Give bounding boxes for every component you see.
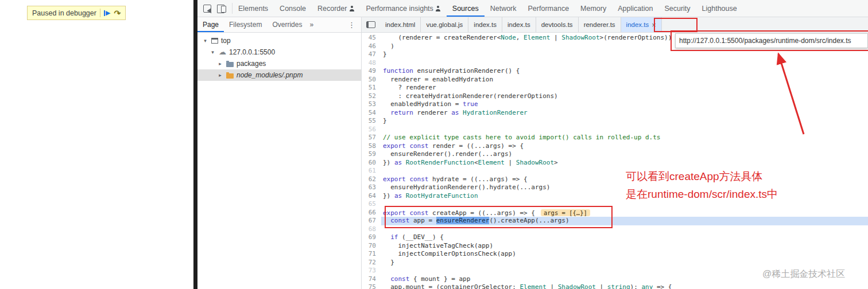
code-text[interactable]: }) as RootRenderFunction<Element | Shado… bbox=[381, 159, 868, 167]
code-text[interactable]: const app = ensureRenderer().createApp(.… bbox=[381, 217, 868, 225]
code-text[interactable]: enabledHydration = true bbox=[381, 100, 868, 109]
line-number[interactable]: 47 bbox=[362, 50, 381, 59]
code-text[interactable] bbox=[381, 126, 868, 134]
page-scrollbar[interactable] bbox=[193, 0, 197, 289]
code-text[interactable]: if (__DEV__) { bbox=[381, 233, 868, 242]
hide-navigator-icon[interactable] bbox=[366, 21, 375, 28]
tab-performance[interactable]: Performance bbox=[522, 0, 575, 17]
chevron-down-icon[interactable]: ▾ bbox=[210, 49, 216, 55]
line-number[interactable]: 53 bbox=[362, 100, 381, 109]
code-text[interactable] bbox=[381, 267, 868, 275]
code-text[interactable] bbox=[381, 59, 868, 68]
line-number[interactable]: 57 bbox=[362, 134, 381, 142]
sidebar-tabs-overflow-icon[interactable]: » bbox=[307, 21, 316, 29]
line-number[interactable]: 58 bbox=[362, 142, 381, 151]
close-icon[interactable]: × bbox=[652, 21, 656, 29]
line-number[interactable]: 61 bbox=[362, 167, 381, 175]
line-number[interactable]: 60 bbox=[362, 159, 381, 167]
code-text[interactable]: : createHydrationRenderer(rendererOption… bbox=[381, 92, 868, 101]
device-toolbar-icon[interactable] bbox=[217, 5, 226, 13]
file-tab-index-ts-6[interactable]: index.ts× bbox=[621, 17, 662, 32]
code-text[interactable]: ensureRenderer().render(...args) bbox=[381, 150, 868, 159]
tab-performance-insights[interactable]: Performance insights bbox=[360, 0, 446, 17]
line-number[interactable]: 52 bbox=[362, 92, 381, 101]
code-text[interactable]: } bbox=[381, 259, 868, 267]
line-number[interactable]: 71 bbox=[362, 250, 381, 259]
file-tab-vue-global-js-1[interactable]: vue.global.js bbox=[421, 17, 468, 32]
code-text[interactable] bbox=[381, 167, 868, 175]
tab-elements[interactable]: Elements bbox=[232, 0, 274, 17]
code-text[interactable]: ? renderer bbox=[381, 84, 868, 92]
tab-network[interactable]: Network bbox=[485, 0, 522, 17]
code-text[interactable]: return renderer as HydrationRenderer bbox=[381, 109, 868, 118]
resume-script-icon[interactable]: ▶ bbox=[104, 9, 110, 17]
line-number[interactable]: 66 bbox=[362, 209, 381, 217]
tab-memory[interactable]: Memory bbox=[575, 0, 612, 17]
line-number[interactable]: 74 bbox=[362, 275, 381, 284]
code-text[interactable]: ensureHydrationRenderer().hydrate(...arg… bbox=[381, 183, 868, 192]
code-line-72: 72 } bbox=[362, 259, 868, 267]
code-text[interactable]: }) as RootHydrateFunction bbox=[381, 192, 868, 201]
tab-console[interactable]: Console bbox=[274, 0, 312, 17]
code-text[interactable] bbox=[381, 225, 868, 234]
line-number[interactable]: 51 bbox=[362, 84, 381, 92]
file-tab-renderer-ts-5[interactable]: renderer.ts bbox=[579, 17, 621, 32]
tab-security[interactable]: Security bbox=[658, 0, 696, 17]
line-number[interactable]: 69 bbox=[362, 233, 381, 242]
code-text[interactable] bbox=[381, 200, 868, 209]
line-number[interactable]: 63 bbox=[362, 183, 381, 192]
line-number[interactable]: 59 bbox=[362, 150, 381, 159]
line-number[interactable]: 56 bbox=[362, 126, 381, 134]
line-number[interactable]: 62 bbox=[362, 175, 381, 184]
tree-item-127-0-0-1-5500[interactable]: ▾☁127.0.0.1:5500 bbox=[197, 46, 361, 58]
code-text[interactable]: const { mount } = app bbox=[381, 275, 868, 284]
tree-item-packages[interactable]: ▸packages bbox=[197, 58, 361, 69]
code-text[interactable]: injectNativeTagCheck(app) bbox=[381, 242, 868, 251]
code-text[interactable]: app.mount = (containerOrSelector: Elemen… bbox=[381, 283, 868, 289]
line-number[interactable]: 67 bbox=[362, 217, 381, 225]
line-number[interactable]: 72 bbox=[362, 259, 381, 267]
file-tab-index-html-0[interactable]: index.html bbox=[380, 17, 421, 32]
line-number[interactable]: 73 bbox=[362, 267, 381, 275]
inspect-element-icon[interactable] bbox=[203, 5, 211, 13]
code-text[interactable]: export const hydrate = ((...args) => { bbox=[381, 175, 868, 184]
line-number[interactable]: 55 bbox=[362, 117, 381, 126]
line-number[interactable]: 75 bbox=[362, 283, 381, 289]
sidebar-tab-filesystem[interactable]: Filesystem bbox=[224, 17, 267, 32]
code-text[interactable]: // use explicit type casts here to avoid… bbox=[381, 134, 868, 142]
line-number[interactable]: 45 bbox=[362, 34, 381, 42]
code-text[interactable]: renderer = enabledHydration bbox=[381, 76, 868, 84]
line-number[interactable]: 50 bbox=[362, 76, 381, 84]
file-tab-index-ts-2[interactable]: index.ts bbox=[468, 17, 502, 32]
line-number[interactable]: 54 bbox=[362, 109, 381, 118]
code-text[interactable]: function ensureHydrationRenderer() { bbox=[381, 67, 868, 76]
tree-item-top[interactable]: ▾top bbox=[197, 35, 361, 46]
tab-lighthouse[interactable]: Lighthouse bbox=[696, 0, 743, 17]
tab-recorder[interactable]: Recorder bbox=[312, 0, 360, 17]
more-options-icon[interactable]: ⋮ bbox=[342, 21, 361, 29]
code-text[interactable]: } bbox=[381, 50, 868, 59]
line-number[interactable]: 65 bbox=[362, 200, 381, 209]
tree-item-node-modules-pnpm[interactable]: ▸node_modules/.pnpm bbox=[197, 69, 361, 81]
line-number[interactable]: 68 bbox=[362, 225, 381, 234]
line-number[interactable]: 64 bbox=[362, 192, 381, 201]
sidebar-tab-overrides[interactable]: Overrides bbox=[267, 17, 307, 32]
sidebar-tab-page[interactable]: Page bbox=[197, 17, 224, 32]
file-tab-devtools-ts-4[interactable]: devtools.ts bbox=[536, 17, 579, 32]
code-text[interactable]: export const createApp = ((...args) => {… bbox=[381, 209, 868, 217]
code-text[interactable]: injectCompilerOptionsCheck(app) bbox=[381, 250, 868, 259]
sidebar-tab-bar: » ⋮ PageFilesystemOverrides bbox=[197, 17, 362, 33]
tab-sources[interactable]: Sources bbox=[447, 0, 485, 17]
chevron-right-icon[interactable]: ▸ bbox=[217, 61, 223, 67]
tab-application[interactable]: Application bbox=[612, 0, 658, 17]
chevron-down-icon[interactable]: ▾ bbox=[202, 38, 208, 44]
line-number[interactable]: 70 bbox=[362, 242, 381, 251]
line-number[interactable]: 49 bbox=[362, 67, 381, 76]
line-number[interactable]: 46 bbox=[362, 42, 381, 51]
line-number[interactable]: 48 bbox=[362, 59, 381, 68]
code-text[interactable]: export const render = ((...args) => { bbox=[381, 142, 868, 151]
file-tab-index-ts-3[interactable]: index.ts bbox=[502, 17, 536, 32]
step-over-icon[interactable]: ↷ bbox=[114, 9, 121, 18]
chevron-right-icon[interactable]: ▸ bbox=[217, 72, 223, 78]
code-text[interactable]: } bbox=[381, 117, 868, 126]
